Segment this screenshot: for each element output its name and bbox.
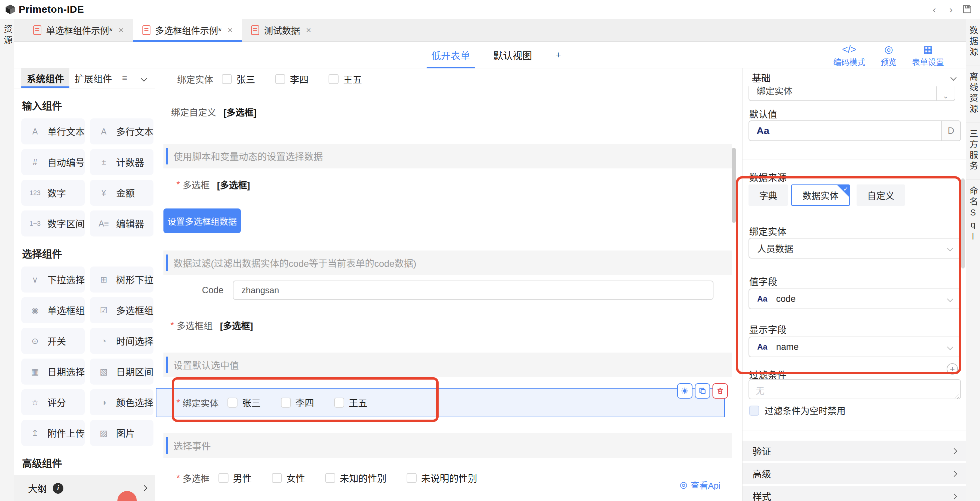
tab-system-components[interactable]: 系统组件 [21, 68, 69, 88]
inspector-scrollbar[interactable] [961, 178, 965, 269]
source-tab-data-entity[interactable]: 数据实体 ✓ [791, 184, 850, 206]
checkbox[interactable] [222, 74, 232, 84]
checkbox[interactable] [749, 406, 759, 416]
source-tab-custom[interactable]: 自定义 [857, 184, 905, 206]
palette-item-number[interactable]: 123数字 [21, 180, 85, 206]
rail-item-named-sql[interactable]: 命名Sql [966, 180, 980, 251]
checkbox-option[interactable]: 未说明的性别 [407, 471, 477, 485]
nav-forward-button[interactable]: › [946, 5, 956, 15]
checkbox[interactable] [272, 473, 282, 483]
checkbox-option[interactable]: 李四 [275, 72, 309, 86]
chevron-down-icon[interactable] [141, 75, 147, 81]
add-view-button[interactable]: + [554, 42, 563, 68]
palette-item-color-picker[interactable]: ◑颜色选择 [90, 389, 153, 415]
palette-item-editor[interactable]: A≡编辑器 [90, 210, 153, 237]
bind-entity-clipped-select[interactable]: 绑定实体 ⌄ [749, 86, 955, 101]
settings-gear-button[interactable] [677, 383, 692, 399]
resize-handle[interactable] [954, 394, 959, 399]
doc-tab-radio-example[interactable]: 单选框组件示例* × [24, 19, 133, 41]
default-suffix-button[interactable]: D [941, 121, 960, 140]
form-row-multiselect-group[interactable]: * 多选框组 [多选框] [170, 317, 253, 334]
palette-item-single-line-text[interactable]: A单行文本 [21, 118, 85, 145]
doc-tab-test-data[interactable]: 测试数据 × [242, 19, 320, 41]
form-row-gender[interactable]: * 多选框 男性 女性 未知的性别 未说明的性别 [177, 469, 497, 487]
palette-item-tree-dropdown[interactable]: ⊞树形下拉 [90, 267, 153, 293]
doc-tab-checkbox-example[interactable]: 多选框组件示例* × [133, 19, 242, 41]
canvas-scrollbar[interactable] [732, 148, 736, 223]
nav-back-button[interactable]: ‹ [929, 5, 939, 15]
display-field-select[interactable]: Aa name [749, 337, 961, 357]
checkbox[interactable] [228, 398, 237, 407]
add-filter-icon[interactable]: + [947, 363, 958, 375]
palette-item-radio-group[interactable]: ◉单选框组 [21, 297, 85, 323]
palette-item-auto-number[interactable]: #自动编号 [21, 149, 85, 175]
filter-condition-textarea[interactable] [749, 379, 961, 399]
checkbox[interactable] [329, 74, 339, 84]
checkbox-option[interactable]: 女性 [272, 471, 305, 485]
delete-button[interactable] [713, 383, 728, 399]
checkbox[interactable] [281, 398, 291, 407]
palette-item-time-picker[interactable]: ◔时间选择 [90, 328, 153, 354]
section-header-advanced[interactable]: 高级 [743, 463, 966, 484]
view-api-link[interactable]: ◎ 查看Api [680, 479, 721, 491]
save-icon[interactable] [962, 4, 973, 15]
tab-lowcode-form[interactable]: 低开表单 [429, 42, 472, 68]
source-tab-dictionary[interactable]: 字典 [749, 184, 788, 206]
close-icon[interactable]: × [306, 25, 311, 35]
checkbox-option[interactable]: 王五 [329, 72, 362, 86]
copy-button[interactable] [695, 383, 710, 399]
palette-item-dropdown[interactable]: ∨下拉选择 [21, 267, 85, 293]
palette-item-currency[interactable]: ¥金额 [90, 180, 153, 206]
form-settings-button[interactable]: ▦ 表单设置 [912, 44, 944, 67]
form-row-bind-custom[interactable]: 绑定自定义 [多选框] [171, 103, 256, 121]
chevron-right-icon[interactable] [141, 485, 147, 491]
checkbox-option[interactable]: 男性 [218, 471, 252, 485]
palette-item-date-picker[interactable]: ▦日期选择 [21, 359, 85, 385]
rail-item-resources[interactable]: 资源 [0, 24, 14, 46]
tab-extension-components[interactable]: 扩展组件 [69, 68, 118, 88]
palette-item-image[interactable]: ▨图片 [90, 420, 153, 446]
checkbox-option[interactable]: 未知的性别 [325, 471, 387, 485]
rail-item-third-party-services[interactable]: 三方服务 [966, 122, 980, 180]
checkbox-option[interactable]: 张三 [228, 396, 261, 409]
palette-item-switch[interactable]: ⊙开关 [21, 328, 85, 354]
section-header-basic[interactable]: 基础 [743, 68, 966, 87]
rail-item-offline-resources[interactable]: 离线资源 [966, 65, 980, 122]
checkbox-option[interactable]: 李四 [281, 396, 314, 409]
bind-entity-select[interactable]: 人员数据 [749, 238, 961, 259]
filter-disable-checkbox-row[interactable]: 过滤条件为空时禁用 [749, 404, 846, 417]
checkbox-option[interactable]: 王五 [334, 396, 368, 409]
code-mode-button[interactable]: </> 编码模式 [833, 44, 865, 67]
checkbox[interactable] [218, 473, 229, 483]
close-icon[interactable]: × [119, 25, 124, 35]
palette-grid-select: ∨下拉选择 ⊞树形下拉 ◉单选框组 ☑多选框组 ⊙开关 ◔时间选择 ▦日期选择 … [21, 267, 148, 446]
section-header-validation[interactable]: 验证 [743, 441, 966, 461]
palette-item-counter[interactable]: ±计数器 [90, 149, 153, 175]
checkbox[interactable] [407, 473, 417, 483]
close-icon[interactable]: × [228, 25, 232, 35]
code-input[interactable] [233, 280, 713, 300]
checkbox[interactable] [275, 74, 285, 84]
palette-item-rating[interactable]: ☆评分 [21, 389, 85, 415]
form-row-multiselect-1[interactable]: * 多选框 [多选框] [177, 176, 250, 193]
checkbox-option[interactable]: 张三 [222, 72, 255, 86]
rail-item-datasource[interactable]: 数据源 [966, 19, 980, 65]
checkbox[interactable] [334, 398, 344, 407]
palette-item-number-range[interactable]: 1~3数字区间 [21, 210, 85, 237]
form-row-bind-entity[interactable]: 绑定实体 张三 李四 王五 [177, 70, 382, 88]
value-field-select[interactable]: Aa code [749, 288, 961, 309]
default-value-input[interactable]: Aa D [749, 121, 961, 141]
palette-item-checkbox-group[interactable]: ☑多选框组 [90, 297, 153, 323]
list-icon[interactable]: ≡ [122, 73, 127, 83]
palette-item-multi-line-text[interactable]: A多行文本 [90, 118, 153, 145]
document-tab-bar: 单选框组件示例* × 多选框组件示例* × 测试数据 × [14, 19, 966, 42]
set-checkbox-data-button[interactable]: 设置多选框组数据 [164, 208, 241, 233]
form-row-code[interactable]: Code [175, 280, 725, 300]
tab-default-view[interactable]: 默认视图 [492, 42, 534, 68]
palette-item-date-range[interactable]: ▧日期区间 [90, 359, 153, 385]
section-header-style[interactable]: 样式 [743, 486, 966, 501]
checkbox[interactable] [325, 473, 335, 483]
preview-button[interactable]: ◎ 预览 [881, 44, 897, 67]
form-row-selected-bind-entity[interactable]: * 绑定实体 张三 李四 王五 [156, 388, 725, 417]
palette-item-attachment-upload[interactable]: ↥附件上传 [21, 420, 85, 446]
